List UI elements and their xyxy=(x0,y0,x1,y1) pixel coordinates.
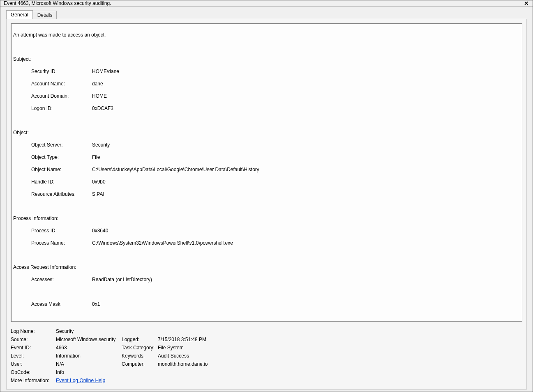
source-label: Source: xyxy=(11,337,56,342)
source-value: Microsoft Windows security xyxy=(56,337,122,342)
object-type-value: File xyxy=(92,154,520,160)
opcode-label: OpCode: xyxy=(11,369,56,375)
event-log-help-link[interactable]: Event Log Online Help xyxy=(56,378,105,383)
object-type-label: Object Type: xyxy=(31,154,92,160)
task-category-label: Task Category: xyxy=(122,345,158,351)
keywords-label: Keywords: xyxy=(122,353,158,359)
msg-headline: An attempt was made to access an object. xyxy=(13,32,106,38)
logon-id-label: Logon ID: xyxy=(31,105,92,112)
access-mask-label: Access Mask: xyxy=(31,301,92,307)
access-header: Access Request Information: xyxy=(13,264,76,271)
user-value: N/A xyxy=(56,361,122,367)
process-name-label: Process Name: xyxy=(31,240,92,246)
level-value: Information xyxy=(56,353,122,359)
accesses-value: ReadData (or ListDirectory) xyxy=(92,277,520,283)
subject-header: Subject: xyxy=(13,56,31,62)
content-area: General Details An attempt was made to a… xyxy=(0,7,533,392)
account-domain-label: Account Domain: xyxy=(31,93,92,99)
resource-attrs-value: S:PAI xyxy=(92,191,520,197)
logon-id-value: 0xDCAF3 xyxy=(92,105,520,112)
event-id-label: Event ID: xyxy=(11,345,56,351)
window-title: Event 4663, Microsoft Windows security a… xyxy=(4,0,523,6)
access-mask-value: 0x1 xyxy=(92,301,520,307)
more-info-label: More Information: xyxy=(11,378,56,383)
event-properties-window: Event 4663, Microsoft Windows security a… xyxy=(0,0,533,392)
process-id-label: Process ID: xyxy=(31,228,92,234)
titlebar: Event 4663, Microsoft Windows security a… xyxy=(0,0,533,7)
object-server-label: Object Server: xyxy=(31,142,92,148)
resource-attrs-label: Resource Attributes: xyxy=(31,191,92,197)
logged-value: 7/15/2018 3:51:48 PM xyxy=(158,337,363,342)
keywords-value: Audit Success xyxy=(158,353,363,359)
object-name-value: C:\Users\dstuckey\AppData\Local\Google\C… xyxy=(92,167,520,173)
user-label: User: xyxy=(11,361,56,367)
object-server-value: Security xyxy=(92,142,520,148)
log-name-value: Security xyxy=(56,328,122,334)
process-id-value: 0x3640 xyxy=(92,228,520,234)
accesses-label: Accesses: xyxy=(31,277,92,283)
event-meta-grid: Log Name: Security Source: Microsoft Win… xyxy=(11,328,522,383)
logged-label: Logged: xyxy=(122,337,158,342)
level-label: Level: xyxy=(11,353,56,359)
tabs-row: General Details xyxy=(6,10,527,19)
process-header: Process Information: xyxy=(13,215,58,222)
account-name-label: Account Name: xyxy=(31,81,92,87)
opcode-value: Info xyxy=(56,369,122,375)
tab-details[interactable]: Details xyxy=(33,11,57,19)
process-name-value: C:\Windows\System32\WindowsPowerShell\v1… xyxy=(92,240,520,246)
task-category-value: File System xyxy=(158,345,363,351)
log-name-label: Log Name: xyxy=(11,328,56,334)
computer-label: Computer: xyxy=(122,361,158,367)
security-id-value: HOME\dane xyxy=(92,69,520,75)
account-domain-value: HOME xyxy=(92,93,520,99)
event-id-value: 4663 xyxy=(56,345,122,351)
handle-id-value: 0x9b0 xyxy=(92,179,520,185)
tab-panel-general: An attempt was made to access an object.… xyxy=(6,19,527,390)
account-name-value: dane xyxy=(92,81,520,87)
tab-general[interactable]: General xyxy=(6,10,33,19)
security-id-label: Security ID: xyxy=(31,69,92,75)
computer-value: monolith.home.dane.io xyxy=(158,361,363,367)
text-cursor xyxy=(100,302,100,307)
close-icon[interactable]: ✕ xyxy=(523,0,530,6)
handle-id-label: Handle ID: xyxy=(31,179,92,185)
object-header: Object: xyxy=(13,130,29,136)
event-message-box[interactable]: An attempt was made to access an object.… xyxy=(11,23,522,322)
object-name-label: Object Name: xyxy=(31,167,92,173)
